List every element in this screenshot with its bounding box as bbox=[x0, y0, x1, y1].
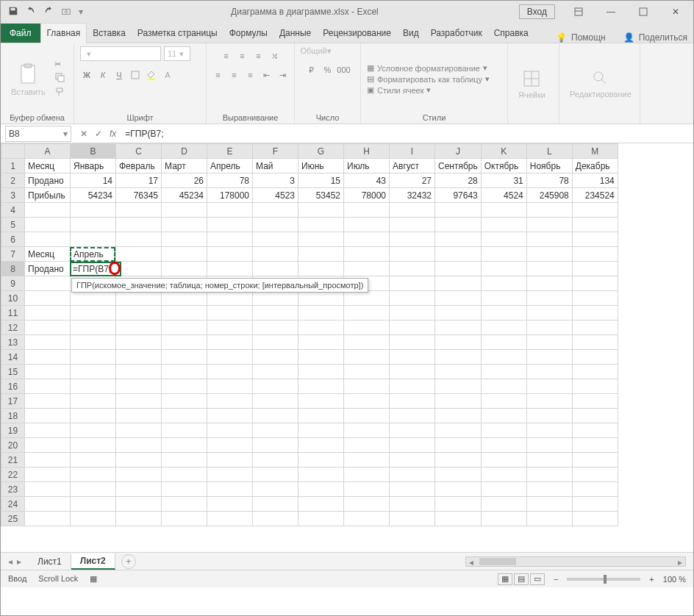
cell-C22[interactable] bbox=[116, 468, 162, 482]
row-header-2[interactable]: 2 bbox=[1, 173, 25, 188]
cell-M22[interactable] bbox=[572, 468, 618, 482]
cell-I11[interactable] bbox=[390, 306, 435, 320]
align-right-icon[interactable]: ≡ bbox=[244, 68, 257, 82]
tell-me-label[interactable]: Помощн bbox=[571, 32, 606, 43]
undo-icon[interactable] bbox=[26, 6, 36, 18]
cell-H1[interactable]: Июль bbox=[344, 159, 390, 173]
sheet-nav-prev-icon[interactable]: ◂ bbox=[8, 556, 12, 567]
cell-A1[interactable]: Месяц bbox=[25, 159, 71, 173]
cell-K8[interactable] bbox=[481, 262, 526, 276]
cell-E10[interactable] bbox=[207, 291, 253, 306]
cell-D2[interactable]: 26 bbox=[162, 173, 207, 188]
cell-C3[interactable]: 76345 bbox=[116, 188, 162, 203]
cell-C20[interactable] bbox=[116, 438, 162, 453]
cell-K11[interactable] bbox=[481, 306, 526, 320]
cell-D10[interactable] bbox=[162, 291, 207, 306]
cell-F25[interactable] bbox=[253, 512, 298, 526]
enter-formula-icon[interactable]: ✓ bbox=[95, 129, 102, 139]
cancel-formula-icon[interactable]: ✕ bbox=[80, 129, 87, 139]
cell-J21[interactable] bbox=[435, 453, 482, 468]
col-header-G[interactable]: G bbox=[298, 144, 344, 159]
cell-E18[interactable] bbox=[207, 409, 253, 423]
cell-I22[interactable] bbox=[390, 468, 435, 482]
cell-C16[interactable] bbox=[116, 379, 162, 394]
align-middle-icon[interactable]: ≡ bbox=[236, 49, 249, 62]
formula-input[interactable]: =ГПР(B7; bbox=[121, 129, 693, 139]
cell-E15[interactable] bbox=[207, 365, 253, 379]
cell-M12[interactable] bbox=[572, 320, 618, 335]
cell-A12[interactable] bbox=[25, 320, 71, 335]
row-header-4[interactable]: 4 bbox=[1, 203, 25, 218]
row-header-18[interactable]: 18 bbox=[1, 409, 25, 423]
cell-M20[interactable] bbox=[572, 438, 618, 453]
cell-J14[interactable] bbox=[435, 350, 482, 365]
cell-M23[interactable] bbox=[572, 482, 618, 497]
tab-file[interactable]: Файл bbox=[1, 24, 40, 43]
cell-F11[interactable] bbox=[253, 306, 298, 320]
cell-A15[interactable] bbox=[25, 365, 71, 379]
cell-D6[interactable] bbox=[162, 232, 207, 247]
cell-C13[interactable] bbox=[116, 335, 162, 350]
cell-B19[interactable] bbox=[71, 423, 116, 438]
cell-D25[interactable] bbox=[162, 512, 207, 526]
orientation-icon[interactable]: ⤭ bbox=[268, 49, 282, 62]
cell-G3[interactable]: 53452 bbox=[298, 188, 344, 203]
cell-A6[interactable] bbox=[25, 232, 71, 247]
cell-L21[interactable] bbox=[526, 453, 572, 468]
cell-I7[interactable] bbox=[390, 247, 435, 262]
cell-B25[interactable] bbox=[71, 512, 116, 526]
cell-J16[interactable] bbox=[435, 379, 482, 394]
editing-button[interactable]: Редактирование bbox=[565, 68, 636, 100]
cell-D18[interactable] bbox=[162, 409, 207, 423]
row-header-15[interactable]: 15 bbox=[1, 365, 25, 379]
cell-B24[interactable] bbox=[71, 497, 116, 512]
ribbon-options-icon[interactable] bbox=[564, 1, 593, 22]
cell-L2[interactable]: 78 bbox=[526, 173, 572, 188]
cell-D20[interactable] bbox=[162, 438, 207, 453]
cell-M4[interactable] bbox=[572, 203, 618, 218]
cell-D4[interactable] bbox=[162, 203, 207, 218]
font-size-select[interactable]: 11▾ bbox=[164, 46, 190, 61]
cell-L5[interactable] bbox=[526, 218, 572, 232]
cell-I3[interactable]: 32432 bbox=[390, 188, 435, 203]
cell-F6[interactable] bbox=[253, 232, 298, 247]
cell-E12[interactable] bbox=[207, 320, 253, 335]
cell-K22[interactable] bbox=[481, 468, 526, 482]
cell-G7[interactable] bbox=[298, 247, 344, 262]
cell-H13[interactable] bbox=[344, 335, 390, 350]
cell-F13[interactable] bbox=[253, 335, 298, 350]
row-header-9[interactable]: 9 bbox=[1, 276, 25, 291]
cell-B1[interactable]: Январь bbox=[71, 159, 116, 173]
cell-G11[interactable] bbox=[298, 306, 344, 320]
cell-I19[interactable] bbox=[390, 423, 435, 438]
cell-K5[interactable] bbox=[481, 218, 526, 232]
qat-dropdown-icon[interactable]: ▾ bbox=[79, 7, 83, 17]
cell-A9[interactable] bbox=[25, 276, 71, 291]
cell-J1[interactable]: Сентябрь bbox=[435, 159, 482, 173]
cell-M14[interactable] bbox=[572, 350, 618, 365]
cell-B5[interactable] bbox=[71, 218, 116, 232]
cell-H8[interactable] bbox=[344, 262, 390, 276]
cell-L22[interactable] bbox=[526, 468, 572, 482]
col-header-J[interactable]: J bbox=[435, 144, 482, 159]
cell-L7[interactable] bbox=[526, 247, 572, 262]
cell-K6[interactable] bbox=[481, 232, 526, 247]
cell-J7[interactable] bbox=[435, 247, 482, 262]
row-header-19[interactable]: 19 bbox=[1, 423, 25, 438]
cell-H24[interactable] bbox=[344, 497, 390, 512]
zoom-out-button[interactable]: − bbox=[554, 575, 558, 584]
row-header-23[interactable]: 23 bbox=[1, 482, 25, 497]
cell-D22[interactable] bbox=[162, 468, 207, 482]
cell-H7[interactable] bbox=[344, 247, 390, 262]
cell-H5[interactable] bbox=[344, 218, 390, 232]
cell-B14[interactable] bbox=[71, 350, 116, 365]
row-header-5[interactable]: 5 bbox=[1, 218, 25, 232]
cell-M25[interactable] bbox=[572, 512, 618, 526]
currency-icon[interactable]: ₽ bbox=[305, 63, 318, 76]
cell-F10[interactable] bbox=[253, 291, 298, 306]
cell-F15[interactable] bbox=[253, 365, 298, 379]
cell-L3[interactable]: 245908 bbox=[526, 188, 572, 203]
cell-E7[interactable] bbox=[207, 247, 253, 262]
tab-help[interactable]: Справка bbox=[488, 24, 534, 43]
cell-A4[interactable] bbox=[25, 203, 71, 218]
